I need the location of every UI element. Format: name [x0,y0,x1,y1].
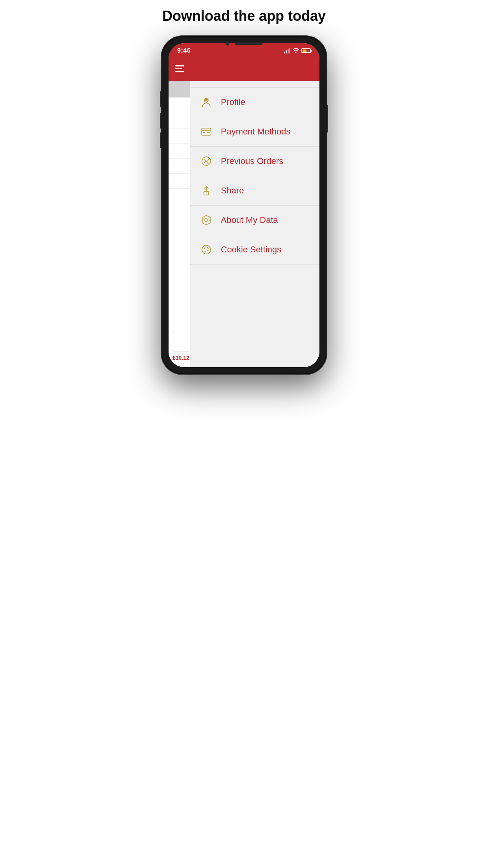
status-icons [284,48,311,54]
svg-point-18 [208,248,209,249]
svg-point-15 [207,247,208,248]
menu-item-share[interactable]: Share [190,176,319,206]
cookie-icon [199,242,214,257]
hamburger-button[interactable] [175,61,190,76]
app-content: £26.00 £19.50 €3.90 €1.20 €0.50 [169,81,319,367]
menu-profile-label: Profile [221,97,245,107]
menu-data-label: About My Data [221,215,278,225]
payment-icon [199,124,214,139]
wifi-icon [293,48,299,54]
svg-point-13 [202,245,211,254]
data-icon [199,213,214,228]
menu-orders-label: Previous Orders [221,156,283,166]
orders-icon [199,154,214,169]
page-title: Download the app today [162,8,326,24]
svg-point-16 [205,251,206,252]
phone-shell: 9:46 [161,36,327,374]
share-icon [199,183,214,198]
menu-item-about-data[interactable]: About My Data [190,206,319,235]
app-header [169,57,319,81]
speaker [235,42,262,45]
phone-screen: 9:46 [169,43,319,367]
status-time: 9:46 [177,47,191,54]
menu-cookie-label: Cookie Settings [221,245,281,255]
battery-icon [301,48,311,53]
notch [226,42,262,46]
hamburger-line-1 [175,65,184,66]
menu-item-cookie-settings[interactable]: Cookie Settings [190,235,319,265]
menu-item-payment[interactable]: Payment Methods [190,117,319,147]
camera [226,42,229,46]
menu-payment-label: Payment Methods [221,127,290,137]
svg-point-12 [209,219,211,221]
svg-point-11 [205,219,208,222]
navigation-drawer[interactable]: Profile Payment Methods [190,81,319,367]
svg-point-17 [207,250,209,252]
hamburger-line-3 [175,71,184,72]
menu-item-previous-orders[interactable]: Previous Orders [190,147,319,176]
svg-point-14 [204,248,205,249]
hamburger-line-2 [175,68,182,70]
svg-rect-4 [203,132,205,133]
svg-rect-2 [202,128,211,135]
menu-share-label: Share [221,186,244,196]
profile-icon [199,95,214,110]
menu-item-profile[interactable]: Profile [190,87,319,117]
signal-icon [284,48,291,53]
drawer-menu: Profile Payment Methods [190,87,319,265]
